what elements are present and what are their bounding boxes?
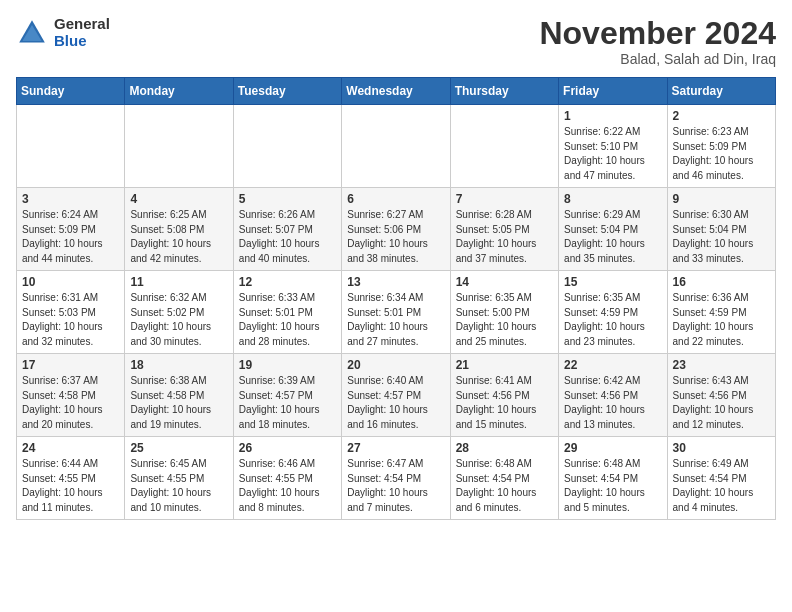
calendar-header-tuesday: Tuesday bbox=[233, 78, 341, 105]
day-info: Sunrise: 6:40 AMSunset: 4:57 PMDaylight:… bbox=[347, 374, 444, 432]
day-number: 1 bbox=[564, 109, 661, 123]
day-number: 18 bbox=[130, 358, 227, 372]
calendar-cell bbox=[233, 105, 341, 188]
day-number: 25 bbox=[130, 441, 227, 455]
day-number: 13 bbox=[347, 275, 444, 289]
calendar-table: SundayMondayTuesdayWednesdayThursdayFrid… bbox=[16, 77, 776, 520]
day-number: 29 bbox=[564, 441, 661, 455]
page-header: General Blue November 2024 Balad, Salah … bbox=[16, 16, 776, 67]
day-info: Sunrise: 6:39 AMSunset: 4:57 PMDaylight:… bbox=[239, 374, 336, 432]
day-number: 27 bbox=[347, 441, 444, 455]
day-info: Sunrise: 6:35 AMSunset: 4:59 PMDaylight:… bbox=[564, 291, 661, 349]
day-number: 20 bbox=[347, 358, 444, 372]
day-info: Sunrise: 6:37 AMSunset: 4:58 PMDaylight:… bbox=[22, 374, 119, 432]
day-info: Sunrise: 6:45 AMSunset: 4:55 PMDaylight:… bbox=[130, 457, 227, 515]
day-number: 7 bbox=[456, 192, 553, 206]
day-number: 15 bbox=[564, 275, 661, 289]
day-info: Sunrise: 6:35 AMSunset: 5:00 PMDaylight:… bbox=[456, 291, 553, 349]
day-info: Sunrise: 6:26 AMSunset: 5:07 PMDaylight:… bbox=[239, 208, 336, 266]
calendar-cell: 9Sunrise: 6:30 AMSunset: 5:04 PMDaylight… bbox=[667, 188, 775, 271]
day-number: 2 bbox=[673, 109, 770, 123]
calendar-week-3: 10Sunrise: 6:31 AMSunset: 5:03 PMDayligh… bbox=[17, 271, 776, 354]
calendar-cell: 4Sunrise: 6:25 AMSunset: 5:08 PMDaylight… bbox=[125, 188, 233, 271]
day-info: Sunrise: 6:32 AMSunset: 5:02 PMDaylight:… bbox=[130, 291, 227, 349]
day-info: Sunrise: 6:22 AMSunset: 5:10 PMDaylight:… bbox=[564, 125, 661, 183]
day-number: 3 bbox=[22, 192, 119, 206]
day-info: Sunrise: 6:28 AMSunset: 5:05 PMDaylight:… bbox=[456, 208, 553, 266]
day-number: 14 bbox=[456, 275, 553, 289]
calendar-cell bbox=[17, 105, 125, 188]
calendar-cell bbox=[450, 105, 558, 188]
day-number: 22 bbox=[564, 358, 661, 372]
calendar-week-2: 3Sunrise: 6:24 AMSunset: 5:09 PMDaylight… bbox=[17, 188, 776, 271]
day-info: Sunrise: 6:33 AMSunset: 5:01 PMDaylight:… bbox=[239, 291, 336, 349]
logo-blue-text: Blue bbox=[54, 33, 110, 50]
day-number: 30 bbox=[673, 441, 770, 455]
day-info: Sunrise: 6:48 AMSunset: 4:54 PMDaylight:… bbox=[456, 457, 553, 515]
logo-icon bbox=[16, 17, 48, 49]
calendar-cell: 15Sunrise: 6:35 AMSunset: 4:59 PMDayligh… bbox=[559, 271, 667, 354]
day-number: 4 bbox=[130, 192, 227, 206]
calendar-header-monday: Monday bbox=[125, 78, 233, 105]
calendar-cell bbox=[342, 105, 450, 188]
calendar-cell: 23Sunrise: 6:43 AMSunset: 4:56 PMDayligh… bbox=[667, 354, 775, 437]
title-block: November 2024 Balad, Salah ad Din, Iraq bbox=[539, 16, 776, 67]
day-info: Sunrise: 6:44 AMSunset: 4:55 PMDaylight:… bbox=[22, 457, 119, 515]
day-number: 21 bbox=[456, 358, 553, 372]
calendar-cell: 1Sunrise: 6:22 AMSunset: 5:10 PMDaylight… bbox=[559, 105, 667, 188]
day-number: 6 bbox=[347, 192, 444, 206]
day-info: Sunrise: 6:48 AMSunset: 4:54 PMDaylight:… bbox=[564, 457, 661, 515]
calendar-header-wednesday: Wednesday bbox=[342, 78, 450, 105]
calendar-week-5: 24Sunrise: 6:44 AMSunset: 4:55 PMDayligh… bbox=[17, 437, 776, 520]
day-info: Sunrise: 6:29 AMSunset: 5:04 PMDaylight:… bbox=[564, 208, 661, 266]
calendar-header-saturday: Saturday bbox=[667, 78, 775, 105]
day-number: 11 bbox=[130, 275, 227, 289]
day-info: Sunrise: 6:46 AMSunset: 4:55 PMDaylight:… bbox=[239, 457, 336, 515]
calendar-cell: 27Sunrise: 6:47 AMSunset: 4:54 PMDayligh… bbox=[342, 437, 450, 520]
day-number: 17 bbox=[22, 358, 119, 372]
day-info: Sunrise: 6:24 AMSunset: 5:09 PMDaylight:… bbox=[22, 208, 119, 266]
day-info: Sunrise: 6:36 AMSunset: 4:59 PMDaylight:… bbox=[673, 291, 770, 349]
calendar-cell: 30Sunrise: 6:49 AMSunset: 4:54 PMDayligh… bbox=[667, 437, 775, 520]
day-number: 5 bbox=[239, 192, 336, 206]
day-number: 24 bbox=[22, 441, 119, 455]
day-info: Sunrise: 6:42 AMSunset: 4:56 PMDaylight:… bbox=[564, 374, 661, 432]
day-number: 28 bbox=[456, 441, 553, 455]
day-info: Sunrise: 6:38 AMSunset: 4:58 PMDaylight:… bbox=[130, 374, 227, 432]
day-number: 26 bbox=[239, 441, 336, 455]
calendar-cell: 21Sunrise: 6:41 AMSunset: 4:56 PMDayligh… bbox=[450, 354, 558, 437]
calendar-cell: 6Sunrise: 6:27 AMSunset: 5:06 PMDaylight… bbox=[342, 188, 450, 271]
day-number: 8 bbox=[564, 192, 661, 206]
calendar-cell: 29Sunrise: 6:48 AMSunset: 4:54 PMDayligh… bbox=[559, 437, 667, 520]
day-number: 16 bbox=[673, 275, 770, 289]
calendar-cell: 28Sunrise: 6:48 AMSunset: 4:54 PMDayligh… bbox=[450, 437, 558, 520]
calendar-header-sunday: Sunday bbox=[17, 78, 125, 105]
calendar-cell: 19Sunrise: 6:39 AMSunset: 4:57 PMDayligh… bbox=[233, 354, 341, 437]
calendar-cell: 12Sunrise: 6:33 AMSunset: 5:01 PMDayligh… bbox=[233, 271, 341, 354]
logo-general-text: General bbox=[54, 16, 110, 33]
day-info: Sunrise: 6:31 AMSunset: 5:03 PMDaylight:… bbox=[22, 291, 119, 349]
calendar-cell: 10Sunrise: 6:31 AMSunset: 5:03 PMDayligh… bbox=[17, 271, 125, 354]
day-info: Sunrise: 6:43 AMSunset: 4:56 PMDaylight:… bbox=[673, 374, 770, 432]
day-info: Sunrise: 6:30 AMSunset: 5:04 PMDaylight:… bbox=[673, 208, 770, 266]
day-info: Sunrise: 6:27 AMSunset: 5:06 PMDaylight:… bbox=[347, 208, 444, 266]
location-text: Balad, Salah ad Din, Iraq bbox=[539, 51, 776, 67]
day-info: Sunrise: 6:47 AMSunset: 4:54 PMDaylight:… bbox=[347, 457, 444, 515]
logo: General Blue bbox=[16, 16, 110, 49]
day-info: Sunrise: 6:41 AMSunset: 4:56 PMDaylight:… bbox=[456, 374, 553, 432]
calendar-cell: 13Sunrise: 6:34 AMSunset: 5:01 PMDayligh… bbox=[342, 271, 450, 354]
calendar-week-4: 17Sunrise: 6:37 AMSunset: 4:58 PMDayligh… bbox=[17, 354, 776, 437]
calendar-cell: 22Sunrise: 6:42 AMSunset: 4:56 PMDayligh… bbox=[559, 354, 667, 437]
calendar-cell: 14Sunrise: 6:35 AMSunset: 5:00 PMDayligh… bbox=[450, 271, 558, 354]
calendar-cell: 17Sunrise: 6:37 AMSunset: 4:58 PMDayligh… bbox=[17, 354, 125, 437]
day-number: 19 bbox=[239, 358, 336, 372]
calendar-header-row: SundayMondayTuesdayWednesdayThursdayFrid… bbox=[17, 78, 776, 105]
calendar-cell: 3Sunrise: 6:24 AMSunset: 5:09 PMDaylight… bbox=[17, 188, 125, 271]
calendar-cell: 26Sunrise: 6:46 AMSunset: 4:55 PMDayligh… bbox=[233, 437, 341, 520]
calendar-cell: 7Sunrise: 6:28 AMSunset: 5:05 PMDaylight… bbox=[450, 188, 558, 271]
day-number: 12 bbox=[239, 275, 336, 289]
day-number: 9 bbox=[673, 192, 770, 206]
day-info: Sunrise: 6:23 AMSunset: 5:09 PMDaylight:… bbox=[673, 125, 770, 183]
calendar-cell: 8Sunrise: 6:29 AMSunset: 5:04 PMDaylight… bbox=[559, 188, 667, 271]
calendar-cell: 2Sunrise: 6:23 AMSunset: 5:09 PMDaylight… bbox=[667, 105, 775, 188]
